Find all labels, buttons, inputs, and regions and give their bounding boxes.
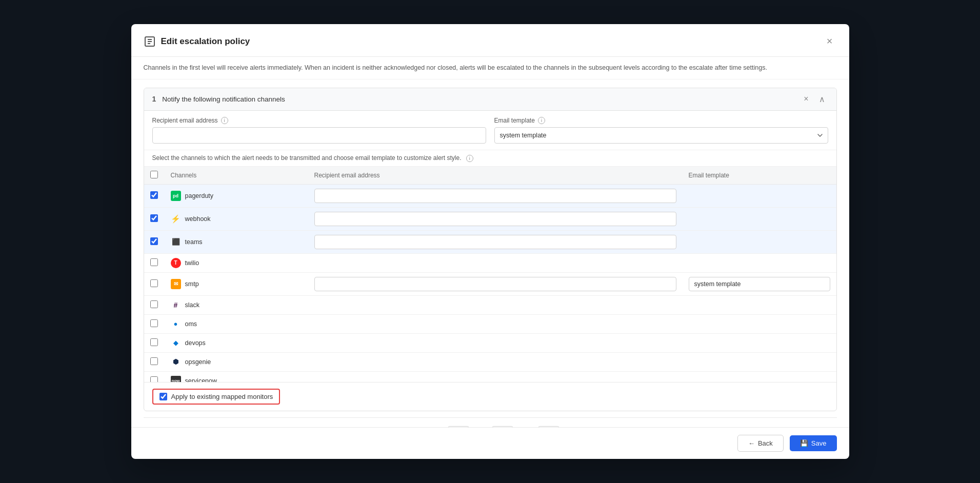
slack-channel: # slack xyxy=(171,300,302,310)
escalates-after-row: ↓ escalates after days hours minutes xyxy=(144,417,837,427)
pagerduty-icon: pd xyxy=(171,191,181,201)
apply-existing-checkbox[interactable] xyxy=(159,393,167,400)
policy-number: 1 xyxy=(152,95,156,103)
remove-section-button[interactable]: × xyxy=(801,93,811,105)
recipient-email-input[interactable] xyxy=(152,127,486,144)
channel-hint: Select the channels to which the alert n… xyxy=(144,150,836,167)
select-all-checkbox[interactable] xyxy=(150,171,158,178)
servicenow-label: servicenow xyxy=(185,377,217,382)
back-label: Back xyxy=(758,439,773,447)
modal-title-row: Edit escalation policy xyxy=(144,35,250,48)
modal-footer: ← Back 💾 Save xyxy=(131,427,849,459)
oms-icon: ● xyxy=(171,319,181,329)
devops-label: devops xyxy=(185,339,206,347)
table-row: ⚡ webhook xyxy=(144,207,836,230)
teams-icon: ⬛ xyxy=(171,237,181,247)
policy-section-title: Notify the following notification channe… xyxy=(162,95,285,103)
email-template-info-icon[interactable]: i xyxy=(538,117,545,124)
table-row: ✉ smtp xyxy=(144,272,836,295)
recipient-email-info-icon[interactable]: i xyxy=(221,117,228,124)
save-icon: 💾 xyxy=(800,439,808,447)
modal-body: 1 Notify the following notification chan… xyxy=(131,79,849,427)
devops-icon: ◆ xyxy=(171,338,181,348)
policy-section-actions: × ∧ xyxy=(801,93,828,105)
slack-checkbox[interactable] xyxy=(150,300,158,308)
email-template-row: Recipient email address i Email template… xyxy=(144,111,836,150)
table-row: ● oms xyxy=(144,314,836,333)
policy-section-header: 1 Notify the following notification chan… xyxy=(144,88,836,111)
oms-checkbox[interactable] xyxy=(150,319,158,327)
apply-label: Apply to existing mapped monitors xyxy=(171,393,273,400)
devops-channel: ◆ devops xyxy=(171,338,302,348)
smtp-checkbox[interactable] xyxy=(150,279,158,287)
col-header-channels: Channels xyxy=(165,167,308,185)
smtp-email-input[interactable] xyxy=(314,277,676,291)
policy-section-1: 1 Notify the following notification chan… xyxy=(144,88,837,411)
policy-section-left: 1 Notify the following notification chan… xyxy=(152,95,285,103)
slack-icon: # xyxy=(171,300,181,310)
table-row: T twilio xyxy=(144,253,836,272)
collapse-section-button[interactable]: ∧ xyxy=(816,93,828,105)
apply-checkbox-wrapper: Apply to existing mapped monitors xyxy=(152,389,281,405)
modal-description: Channels in the first level will receive… xyxy=(131,57,849,79)
twilio-label: twilio xyxy=(185,259,199,267)
twilio-checkbox[interactable] xyxy=(150,258,158,266)
smtp-label: smtp xyxy=(185,280,199,288)
twilio-channel: T twilio xyxy=(171,258,302,268)
webhook-channel: ⚡ webhook xyxy=(171,214,302,224)
col-header-check xyxy=(144,167,165,185)
teams-label: teams xyxy=(185,238,203,246)
table-row: ⬢ opsgenie xyxy=(144,352,836,371)
save-label: Save xyxy=(811,439,827,447)
servicenow-icon: now xyxy=(171,376,181,382)
twilio-icon: T xyxy=(171,258,181,268)
oms-channel: ● oms xyxy=(171,319,302,329)
webhook-checkbox[interactable] xyxy=(150,214,158,222)
table-row: ◆ devops xyxy=(144,333,836,352)
table-row: ⬛ teams xyxy=(144,230,836,253)
back-icon: ← xyxy=(748,439,755,447)
smtp-template-input[interactable] xyxy=(689,277,830,291)
slack-label: slack xyxy=(185,301,199,309)
opsgenie-icon: ⬢ xyxy=(171,357,181,367)
close-button[interactable]: × xyxy=(823,33,837,49)
webhook-email-input[interactable] xyxy=(314,212,676,226)
email-template-select[interactable]: system template custom template 1 custom… xyxy=(494,127,828,144)
opsgenie-checkbox[interactable] xyxy=(150,357,158,365)
modal-title: Edit escalation policy xyxy=(161,36,250,47)
servicenow-channel: now servicenow xyxy=(171,376,302,382)
email-template-group: Email template i system template custom … xyxy=(494,117,828,144)
channel-hint-info-icon[interactable]: i xyxy=(466,155,473,162)
channels-table-container: Channels Recipient email address Email t… xyxy=(144,167,836,382)
teams-checkbox[interactable] xyxy=(150,237,158,245)
recipient-email-group: Recipient email address i xyxy=(152,117,486,144)
recipient-email-label: Recipient email address i xyxy=(152,117,486,124)
save-button[interactable]: 💾 Save xyxy=(790,435,837,451)
opsgenie-label: opsgenie xyxy=(185,358,211,366)
email-template-label: Email template i xyxy=(494,117,828,124)
teams-email-input[interactable] xyxy=(314,235,676,249)
webhook-label: webhook xyxy=(185,215,211,223)
devops-checkbox[interactable] xyxy=(150,338,158,346)
teams-channel: ⬛ teams xyxy=(171,237,302,247)
opsgenie-channel: ⬢ opsgenie xyxy=(171,357,302,367)
apply-row: Apply to existing mapped monitors xyxy=(144,382,836,411)
webhook-icon: ⚡ xyxy=(171,214,181,224)
pagerduty-checkbox[interactable] xyxy=(150,191,158,199)
channels-table: Channels Recipient email address Email t… xyxy=(144,167,836,382)
col-header-email: Recipient email address xyxy=(308,167,683,185)
edit-escalation-policy-modal: Edit escalation policy × Channels in the… xyxy=(131,24,849,459)
pagerduty-label: pagerduty xyxy=(185,192,214,199)
smtp-channel: ✉ smtp xyxy=(171,279,302,289)
policy-icon xyxy=(144,35,156,48)
oms-label: oms xyxy=(185,320,197,328)
col-header-template: Email template xyxy=(683,167,836,185)
table-row: # slack xyxy=(144,295,836,314)
servicenow-checkbox[interactable] xyxy=(150,376,158,382)
table-row: pd pagerduty xyxy=(144,184,836,207)
smtp-icon: ✉ xyxy=(171,279,181,289)
pagerduty-channel: pd pagerduty xyxy=(171,191,302,201)
modal-header: Edit escalation policy × xyxy=(131,24,849,57)
pagerduty-email-input[interactable] xyxy=(314,189,676,203)
back-button[interactable]: ← Back xyxy=(737,435,784,452)
